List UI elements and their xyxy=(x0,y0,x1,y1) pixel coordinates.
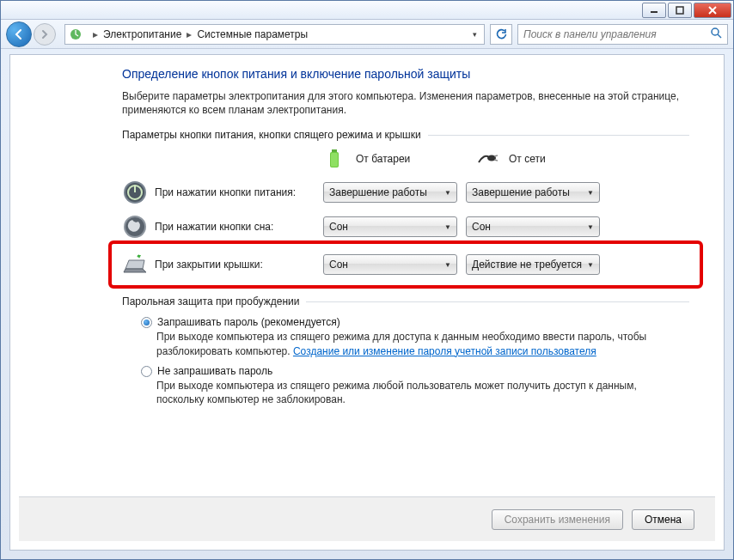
ac-plug-icon xyxy=(476,152,499,166)
group-title: Парольная защита при пробуждении xyxy=(122,295,299,307)
svg-line-6 xyxy=(718,34,721,38)
titlebar xyxy=(1,1,733,20)
battery-icon xyxy=(323,149,346,168)
chevron-right-icon: ▸ xyxy=(187,28,192,40)
power-button-row: При нажатии кнопки питания: Завершение р… xyxy=(122,175,689,210)
minimize-button[interactable] xyxy=(642,3,666,18)
chevron-down-icon: ▼ xyxy=(444,223,451,231)
save-button[interactable]: Сохранить изменения xyxy=(492,509,623,530)
lid-close-battery-dropdown[interactable]: Сон ▼ xyxy=(323,254,457,275)
lid-close-row: При закрытии крышки: Сон ▼ Действие не т… xyxy=(122,244,689,285)
sleep-button-row: При нажатии кнопки сна: Сон ▼ Сон ▼ xyxy=(122,210,689,244)
password-group: Парольная защита при пробуждении Запраши… xyxy=(122,295,689,406)
search-icon[interactable] xyxy=(710,27,722,42)
require-password-option[interactable]: Запрашивать пароль (рекомендуется) xyxy=(141,316,689,328)
sleep-button-label: При нажатии кнопки сна: xyxy=(155,221,323,233)
close-button[interactable] xyxy=(694,3,731,18)
search-box[interactable] xyxy=(517,24,728,45)
no-password-desc: При выходе компьютера из спящего режима … xyxy=(156,379,655,406)
no-password-label: Не запрашивать пароль xyxy=(157,365,272,377)
refresh-button[interactable] xyxy=(490,24,512,45)
power-button-battery-dropdown[interactable]: Завершение работы ▼ xyxy=(323,182,457,203)
lid-close-label: При закрытии крышки: xyxy=(155,259,323,271)
breadcrumb-item[interactable]: Электропитание xyxy=(103,28,181,40)
power-plan-icon xyxy=(69,27,83,41)
power-icon xyxy=(122,180,148,205)
footer: Сохранить изменения Отмена xyxy=(19,496,715,541)
svg-rect-1 xyxy=(676,7,683,14)
content-panel: Определение кнопок питания и включение п… xyxy=(9,54,725,551)
no-password-option[interactable]: Не запрашивать пароль xyxy=(141,365,689,377)
power-button-ac-dropdown[interactable]: Завершение работы ▼ xyxy=(466,182,600,203)
chevron-right-icon: ▸ xyxy=(93,28,98,40)
sleep-button-ac-dropdown[interactable]: Сон ▼ xyxy=(466,216,600,237)
maximize-button[interactable] xyxy=(668,3,692,18)
breadcrumb-item[interactable]: Системные параметры xyxy=(197,28,308,40)
chevron-down-icon: ▼ xyxy=(444,189,451,197)
laptop-lid-icon xyxy=(122,252,148,277)
page-intro: Выберите параметры электропитания для эт… xyxy=(122,89,689,117)
svg-point-5 xyxy=(712,28,719,35)
column-header-battery: От батареи xyxy=(356,153,410,165)
require-password-label: Запрашивать пароль (рекомендуется) xyxy=(157,316,340,328)
lid-close-ac-dropdown[interactable]: Действие не требуется ▼ xyxy=(466,254,600,275)
chevron-down-icon: ▼ xyxy=(587,189,594,197)
svg-rect-9 xyxy=(331,153,338,167)
search-input[interactable] xyxy=(523,28,710,40)
radio-icon[interactable] xyxy=(141,317,152,328)
radio-icon[interactable] xyxy=(141,366,152,377)
column-headers: От батареи От сети xyxy=(323,149,689,168)
svg-rect-7 xyxy=(332,149,337,152)
breadcrumb[interactable]: ▸ Электропитание ▸ Системные параметры ▾ xyxy=(64,24,485,45)
back-button[interactable] xyxy=(6,21,32,47)
group-title: Параметры кнопки питания, кнопки спящего… xyxy=(122,129,421,141)
cancel-button[interactable]: Отмена xyxy=(632,509,694,530)
power-buttons-group: Параметры кнопки питания, кнопки спящего… xyxy=(122,129,689,285)
chevron-down-icon[interactable]: ▾ xyxy=(469,30,480,39)
svg-line-11 xyxy=(494,155,498,156)
forward-button[interactable] xyxy=(34,23,56,46)
window: ▸ Электропитание ▸ Системные параметры ▾… xyxy=(0,0,734,560)
create-password-link[interactable]: Создание или изменение пароля учетной за… xyxy=(293,345,596,357)
chevron-down-icon: ▼ xyxy=(444,261,451,269)
column-header-ac: От сети xyxy=(509,153,546,165)
sleep-button-battery-dropdown[interactable]: Сон ▼ xyxy=(323,216,457,237)
chevron-down-icon: ▼ xyxy=(587,261,594,269)
page-title: Определение кнопок питания и включение п… xyxy=(122,67,689,81)
nav-bar: ▸ Электропитание ▸ Системные параметры ▾ xyxy=(1,20,733,49)
chevron-down-icon: ▼ xyxy=(587,223,594,231)
svg-line-12 xyxy=(494,160,498,161)
power-button-label: При нажатии кнопки питания: xyxy=(155,186,323,198)
require-password-desc: При выходе компьютера из спящего режима … xyxy=(156,330,655,357)
sleep-icon xyxy=(122,214,148,240)
